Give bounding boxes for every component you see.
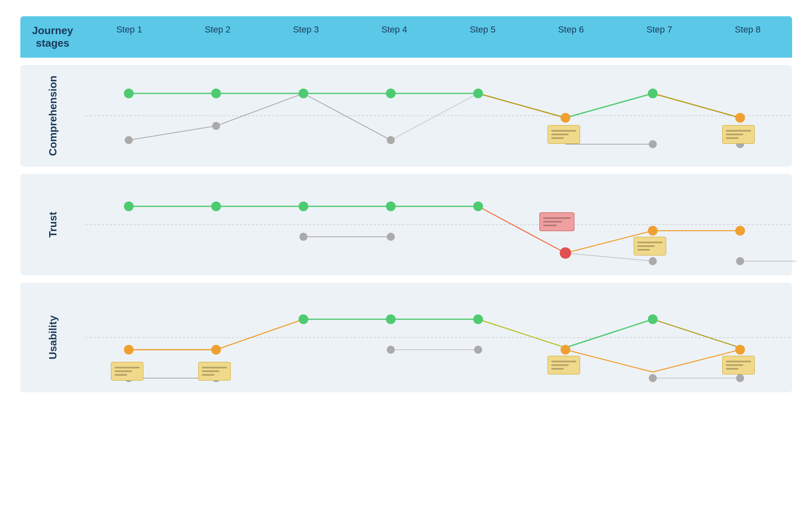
tooltip-trust-s6[interactable] xyxy=(539,212,574,231)
dot-t-gray-s7[interactable] xyxy=(649,257,657,265)
dot-o-s6[interactable] xyxy=(561,113,570,123)
dot-u-o-s8[interactable] xyxy=(735,345,745,355)
dot-g-s2[interactable] xyxy=(211,89,221,98)
trust-section: Trust xyxy=(20,174,792,275)
dot-u-g-s7[interactable] xyxy=(648,314,658,324)
dot-gray-s7[interactable] xyxy=(649,140,657,148)
header-step-3: Step 3 xyxy=(262,16,351,58)
dot-t-g-s5[interactable] xyxy=(473,201,483,211)
header-step-7: Step 7 xyxy=(615,16,704,58)
dot-g-s3[interactable] xyxy=(299,89,308,98)
dot-t-o-s7[interactable] xyxy=(648,226,658,236)
header-step-1: Step 1 xyxy=(85,16,174,58)
header-row: Journey stages Step 1 Step 2 Step 3 Step… xyxy=(20,16,792,58)
dot-t-o-s8[interactable] xyxy=(735,226,745,236)
comprehension-section: Comprehension xyxy=(20,65,792,167)
usability-section: Usability xyxy=(20,283,792,392)
journey-map-table: Journey stages Step 1 Step 2 Step 3 Step… xyxy=(20,16,792,392)
dot-gray-s2[interactable] xyxy=(212,122,220,130)
dot-t-gray-s4[interactable] xyxy=(387,233,395,241)
tooltip-comprehension-s8[interactable] xyxy=(722,125,755,144)
dot-u-gray-s5[interactable] xyxy=(474,346,482,354)
trust-svg xyxy=(85,174,792,275)
dot-u-o-s6[interactable] xyxy=(561,345,570,355)
header-step-2: Step 2 xyxy=(173,16,262,58)
dot-u-gray-s8[interactable] xyxy=(736,374,744,382)
tooltip-usability-s8[interactable] xyxy=(722,356,755,374)
journey-stages-label: Journey stages xyxy=(20,16,85,58)
dot-u-o-s1[interactable] xyxy=(124,345,134,355)
dot-g-s7[interactable] xyxy=(648,89,658,98)
dot-g-s5[interactable] xyxy=(473,89,483,98)
dot-t-gray-s8[interactable] xyxy=(736,257,744,265)
tooltip-comprehension-s6[interactable] xyxy=(548,125,580,144)
dot-t-g-s4[interactable] xyxy=(386,201,396,211)
dot-u-g-s3[interactable] xyxy=(299,314,308,324)
dot-g-s1[interactable] xyxy=(124,89,134,98)
comprehension-svg xyxy=(85,65,792,167)
dot-u-o-s2[interactable] xyxy=(211,345,221,355)
header-step-4: Step 4 xyxy=(350,16,439,58)
usability-svg xyxy=(85,283,792,392)
comprehension-chart xyxy=(85,65,792,167)
trust-label: Trust xyxy=(20,174,85,275)
comprehension-label: Comprehension xyxy=(20,65,85,167)
tooltip-trust-s7[interactable] xyxy=(634,237,666,255)
dot-t-g-s2[interactable] xyxy=(211,201,221,211)
dot-t-g-s3[interactable] xyxy=(299,201,308,211)
dot-t-g-s1[interactable] xyxy=(124,201,134,211)
dot-u-gray-s4[interactable] xyxy=(387,346,395,354)
dot-gray-s4[interactable] xyxy=(387,136,395,144)
dot-t-r-s6[interactable] xyxy=(560,247,571,259)
dot-g-s4[interactable] xyxy=(386,89,396,98)
dot-u-g-s4[interactable] xyxy=(386,314,396,324)
dot-u-g-s5[interactable] xyxy=(473,314,483,324)
header-step-5: Step 5 xyxy=(439,16,527,58)
dot-t-gray-s3[interactable] xyxy=(299,233,307,241)
dot-gray-s1[interactable] xyxy=(125,136,133,144)
trust-chart xyxy=(85,174,792,275)
tooltip-usability-s2[interactable] xyxy=(198,362,231,381)
tooltip-usability-s1[interactable] xyxy=(111,362,143,381)
header-step-8: Step 8 xyxy=(704,16,792,58)
usability-label: Usability xyxy=(20,283,85,392)
dot-o-s8[interactable] xyxy=(735,113,745,123)
usability-chart xyxy=(85,283,792,392)
tooltip-usability-s6[interactable] xyxy=(548,356,580,374)
header-step-6: Step 6 xyxy=(527,16,615,58)
dot-u-gray-s7[interactable] xyxy=(649,374,657,382)
